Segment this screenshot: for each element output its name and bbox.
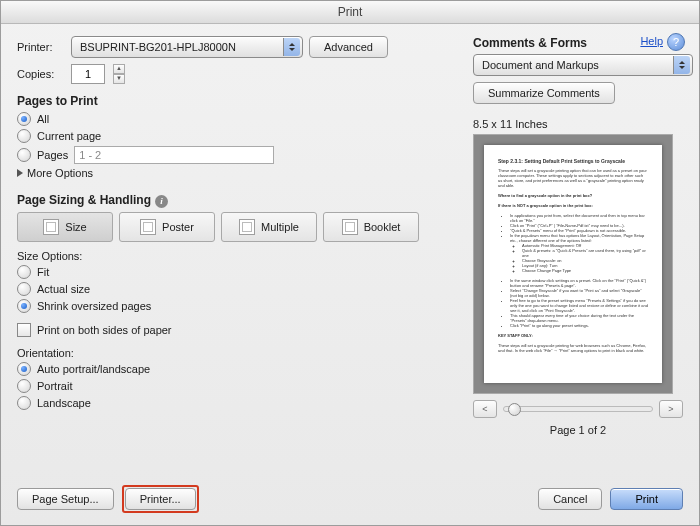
copies-input[interactable] [71, 64, 105, 84]
booklet-icon [342, 219, 358, 235]
page-indicator: Page 1 of 2 [473, 424, 683, 436]
preview-pane: Step 2.3.1: Setting Default Print Settin… [473, 134, 673, 394]
info-icon: i [155, 195, 168, 208]
seg-poster[interactable]: Poster [119, 212, 215, 242]
printer-label: Printer: [17, 41, 65, 53]
radio-pages[interactable]: Pages [17, 146, 457, 164]
orientation-heading: Orientation: [17, 347, 457, 359]
printer-button[interactable]: Printer... [125, 488, 196, 510]
advanced-button[interactable]: Advanced [309, 36, 388, 58]
print-button[interactable]: Print [610, 488, 683, 510]
copies-label: Copies: [17, 68, 65, 80]
radio-all[interactable]: All [17, 112, 457, 126]
printer-value: BSUPRINT-BG201-HPLJ8000N [80, 41, 236, 53]
copies-stepper[interactable]: ▲▼ [113, 64, 125, 84]
radio-fit[interactable]: Fit [17, 265, 457, 279]
help-icon[interactable]: ? [667, 33, 685, 51]
poster-icon [140, 219, 156, 235]
next-page-button[interactable]: > [659, 400, 683, 418]
help-link[interactable]: Help [640, 35, 663, 47]
radio-auto[interactable]: Auto portrait/landscape [17, 362, 457, 376]
radio-current[interactable]: Current page [17, 129, 457, 143]
triangle-right-icon [17, 169, 23, 177]
prev-page-button[interactable]: < [473, 400, 497, 418]
size-icon [43, 219, 59, 235]
more-options[interactable]: More Options [17, 167, 457, 179]
comments-select[interactable]: Document and Markups [473, 54, 693, 76]
highlight-box: Printer... [122, 485, 199, 513]
page-setup-button[interactable]: Page Setup... [17, 488, 114, 510]
preview-page: Step 2.3.1: Setting Default Print Settin… [484, 145, 662, 383]
seg-booklet[interactable]: Booklet [323, 212, 419, 242]
seg-size[interactable]: Size [17, 212, 113, 242]
preview-dims: 8.5 x 11 Inches [473, 118, 683, 130]
check-duplex[interactable]: Print on both sides of paper [17, 323, 457, 337]
radio-actual[interactable]: Actual size [17, 282, 457, 296]
summarize-button[interactable]: Summarize Comments [473, 82, 615, 104]
multiple-icon [239, 219, 255, 235]
seg-multiple[interactable]: Multiple [221, 212, 317, 242]
printer-select[interactable]: BSUPRINT-BG201-HPLJ8000N [71, 36, 303, 58]
radio-shrink[interactable]: Shrink oversized pages [17, 299, 457, 313]
chevron-updown-icon [283, 38, 300, 56]
pages-heading: Pages to Print [17, 94, 457, 108]
radio-portrait[interactable]: Portrait [17, 379, 457, 393]
pages-range-input[interactable] [74, 146, 274, 164]
chevron-updown-icon [673, 56, 690, 74]
size-options-label: Size Options: [17, 250, 457, 262]
radio-landscape[interactable]: Landscape [17, 396, 457, 410]
size-heading: Page Sizing & Handlingi [17, 193, 457, 208]
window-title: Print [1, 1, 699, 24]
zoom-slider[interactable] [503, 406, 653, 412]
cancel-button[interactable]: Cancel [538, 488, 602, 510]
